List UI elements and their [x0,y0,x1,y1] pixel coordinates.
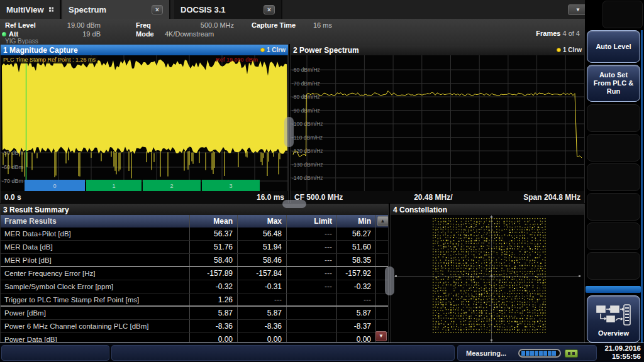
win2-title: 2 Power Spectrum [293,46,359,55]
table-header: Frame Results Mean Max Limit Min ▲ [1,215,388,228]
auto-level-button[interactable]: Auto Level [587,30,640,63]
win3-title: 3 Result Summary [3,206,69,214]
svg-text:-100 dBm/Hz: -100 dBm/Hz [292,121,323,127]
date-label: 21.09.2016 [604,344,641,353]
win2-plot[interactable]: -60 dBm/Hz-70 dBm/Hz-80 dBm/Hz-90 dBm/Hz… [291,55,584,191]
status-bar: Measuring... 21.09.2016 15:55:56 [0,343,644,362]
sidebar-top-pane [602,1,643,28]
status-segment [111,345,455,361]
tab-spectrum-label: Spectrum [69,5,106,14]
svg-text:-80 dBm/Hz: -80 dBm/Hz [292,94,320,100]
win2-x-axis: CF 500.0 MHz 20.48 MHz/ Span 204.8 MHz [291,191,584,203]
overview-label: Overview [598,329,629,337]
svg-text:-70 dBm: -70 dBm [2,178,23,184]
auto-set-button[interactable]: Auto Set From PLC & Run [587,65,640,102]
ref-level-overlay: Ref 19.000 dBm [216,57,258,63]
tab-bar: MultiView Spectrum × DOCSIS 3.1 × ▼ [0,0,644,19]
table-row[interactable]: Sample/Symbol Clock Error [ppm]-0.32-0.3… [1,280,388,293]
battery-icon [565,349,578,358]
svg-text:2: 2 [170,183,173,189]
svg-text:1: 1 [112,183,115,189]
vertical-splitter-handle[interactable] [284,117,294,147]
att-value[interactable]: 19 dB [50,30,101,38]
scroll-down-button[interactable]: ▼ [375,331,387,341]
analyzer-screen: MultiView Spectrum × DOCSIS 3.1 × ▼ Ref … [0,0,644,362]
status-segment [1,345,109,361]
scroll-up-button[interactable]: ▲ [377,216,389,226]
empty-softkey[interactable] [587,252,640,280]
table-row[interactable]: Power 6 MHz Channel containing PLC [dBm]… [1,320,388,333]
table-row[interactable]: Trigger to PLC Time Stamp Ref Point [ms]… [1,293,388,307]
mode-value[interactable]: 4K/Downstream [165,30,214,38]
tab-multiview-label: MultiView [6,5,44,14]
overview-button[interactable]: Overview [587,295,640,343]
close-icon[interactable]: × [264,5,275,14]
sidebar-blue-bar [586,286,641,293]
table-body: MER Data+Pilot [dB]56.3756.48---56.27MER… [1,228,388,343]
progress-bar [518,349,561,358]
win1-titlebar[interactable]: 1 Magnitude Capture 1 Clrw [1,45,288,55]
win3-titlebar[interactable]: 3 Result Summary [1,204,388,215]
table-row[interactable]: MER Data+Pilot [dB]56.3756.48---56.27 [1,228,388,241]
window-power-spectrum: 2 Power Spectrum 1 Clrw -60 dBm/Hz-70 dB… [290,44,585,203]
svg-text:0: 0 [53,183,56,189]
spectrum-trace: -60 dBm/Hz-70 dBm/Hz-80 dBm/Hz-90 dBm/Hz… [291,55,584,191]
win1-plot[interactable]: PLC Time Stamp Ref Point : 1.26 ms Ref 1… [1,55,288,191]
col-min: Min [336,215,375,228]
auto-set-label: Auto Set From PLC & Run [592,71,635,96]
window-result-summary: 3 Result Summary Frame Results Mean Max … [0,204,389,343]
svg-text:-70 dBm/Hz: -70 dBm/Hz [292,80,320,87]
freq-label: Freq [136,21,151,29]
col-limit: Limit [286,215,336,228]
capture-time-value[interactable]: 16 ms [313,21,332,29]
empty-softkey[interactable] [587,134,640,162]
win1-title: 1 Magnitude Capture [3,46,78,55]
win4-title: 4 Constellation [393,206,447,214]
span-label: Span 204.8 MHz [523,193,580,202]
vertical-splitter-handle[interactable] [385,266,394,295]
svg-text:-140 dBm/Hz: -140 dBm/Hz [292,175,323,181]
empty-softkey[interactable] [587,104,640,132]
table-row[interactable]: Power Data [dB]0.000.000.00 [1,333,388,343]
tab-spectrum[interactable]: Spectrum × [62,0,170,19]
table-row[interactable]: Center Frequency Error [Hz]-157.89-157.8… [1,267,388,280]
measurement-header: Ref Level 19.00 dBm Att 19 dB YIG Bypass… [0,19,585,44]
svg-text:-90 dBm/Hz: -90 dBm/Hz [292,107,320,114]
svg-text:3: 3 [229,183,232,189]
frames-label: Frames [536,30,560,37]
col-frame-results: Frame Results [1,215,189,228]
ref-level-label: Ref Level [5,21,36,29]
att-status-led [2,32,6,36]
win4-titlebar[interactable]: 4 Constellation [391,204,584,215]
freq-value[interactable]: 500.0 MHz [165,21,234,29]
close-icon[interactable]: × [152,5,163,14]
measuring-status: Measuring... [466,349,506,357]
auto-level-label: Auto Level [596,43,631,51]
multiview-grid-icon [49,6,53,13]
block-diagram-icon [596,304,632,327]
frames-indicator: Frames 4 of 4 [536,30,580,37]
window-magnitude-capture: 1 Magnitude Capture 1 Clrw PLC Time Stam… [0,44,289,203]
softkey-sidebar: Auto Level Auto Set From PLC & Run [585,0,644,343]
col-mean: Mean [189,215,237,228]
frames-value: 4 of 4 [562,30,580,37]
empty-softkey[interactable] [587,163,640,191]
table-row[interactable]: MER Data [dB]51.7651.94---51.60 [1,241,388,254]
win2-trace-legend: 1 Clrw [557,47,582,53]
constellation-diagram[interactable] [391,215,584,343]
tab-multiview[interactable]: MultiView [0,0,61,19]
empty-softkey[interactable] [587,193,640,221]
tab-docsis[interactable]: DOCSIS 3.1 × [174,0,282,19]
trace-color-icon [260,48,265,52]
svg-text:-60 dBm/Hz: -60 dBm/Hz [292,67,320,73]
table-row[interactable]: Power [dBm]5.875.875.87 [1,307,388,320]
table-row[interactable]: MER Pilot [dB]58.4058.46---58.35 [1,254,388,267]
win1-x-axis: 0.0 s 16.0 ms [1,191,288,203]
window-constellation: 4 Constellation [390,204,585,343]
win2-trace-label: 1 Clrw [563,47,582,53]
ref-level-value[interactable]: 19.00 dBm [50,21,101,29]
datetime-display: 21.09.2016 15:55:56 [604,344,641,361]
empty-softkey[interactable] [587,222,640,250]
horizontal-splitter-handle[interactable] [282,200,306,208]
win2-titlebar[interactable]: 2 Power Spectrum 1 Clrw [291,45,584,55]
